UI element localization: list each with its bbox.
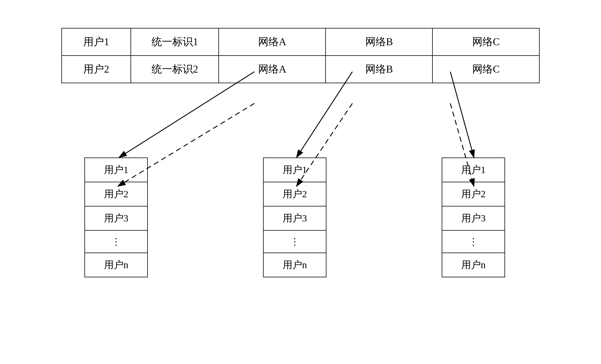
table-row-2: 用户2 统一标识2 网络A 网络B 网络C bbox=[62, 56, 539, 83]
cell-netc2: 网络C bbox=[432, 56, 539, 83]
cell-netb2: 网络B bbox=[326, 56, 432, 83]
box-b-dots: ⋮ bbox=[264, 231, 326, 253]
box-a-usern: 用户n bbox=[85, 253, 147, 277]
box-b-user1: 用户1 bbox=[264, 158, 326, 182]
user-box-a: 用户1 用户2 用户3 ⋮ 用户n bbox=[84, 158, 148, 277]
cell-netb1: 网络B bbox=[326, 28, 432, 56]
box-c-user2: 用户2 bbox=[442, 182, 504, 206]
mapping-table: 用户1 统一标识1 网络A 网络B 网络C 用户2 统一标识2 网络A 网络B … bbox=[61, 28, 540, 83]
user-box-b: 用户1 用户2 用户3 ⋮ 用户n bbox=[263, 158, 326, 277]
cell-id1: 统一标识1 bbox=[131, 28, 219, 56]
cell-user2: 用户2 bbox=[62, 56, 131, 83]
box-b-user2: 用户2 bbox=[264, 182, 326, 206]
box-c-user3: 用户3 bbox=[442, 206, 504, 231]
box-c-user1: 用户1 bbox=[442, 158, 504, 182]
box-c-dots: ⋮ bbox=[442, 231, 504, 253]
table-row-1: 用户1 统一标识1 网络A 网络B 网络C bbox=[62, 28, 539, 56]
arrow-netc1-to-boxc bbox=[450, 72, 474, 158]
user-box-c: 用户1 用户2 用户3 ⋮ 用户n bbox=[442, 158, 505, 277]
cell-neta1: 网络A bbox=[219, 28, 326, 56]
cell-id2: 统一标识2 bbox=[131, 56, 219, 83]
box-c-usern: 用户n bbox=[442, 253, 504, 277]
diagram-container: 用户1 统一标识1 网络A 网络B 网络C 用户2 统一标识2 网络A 网络B … bbox=[27, 16, 574, 348]
box-a-user1: 用户1 bbox=[85, 158, 147, 182]
box-a-dots: ⋮ bbox=[85, 231, 147, 253]
arrow-neta1-to-boxa bbox=[119, 72, 254, 158]
cell-netc1: 网络C bbox=[432, 28, 539, 56]
box-a-user3: 用户3 bbox=[85, 206, 147, 231]
box-b-user3: 用户3 bbox=[264, 206, 326, 231]
arrow-netb1-to-boxb bbox=[296, 72, 352, 158]
box-a-user2: 用户2 bbox=[85, 182, 147, 206]
box-b-usern: 用户n bbox=[264, 253, 326, 277]
cell-user1: 用户1 bbox=[62, 28, 131, 56]
cell-neta2: 网络A bbox=[219, 56, 326, 83]
